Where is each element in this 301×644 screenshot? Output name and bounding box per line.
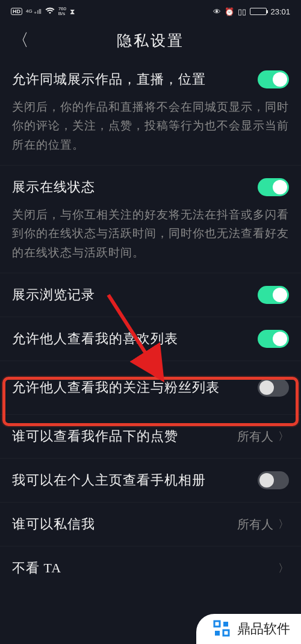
vibrate-icon: ▯▯ — [238, 7, 246, 16]
status-time: 23:01 — [270, 7, 290, 16]
network-speed: 760B/s — [58, 7, 66, 16]
setting-row-phone-album: 我可以在个人主页查看手机相册 — [0, 459, 301, 503]
setting-label: 允许他人查看我的喜欢列表 — [12, 330, 178, 348]
svg-rect-2 — [223, 622, 228, 627]
setting-label: 我可以在个人主页查看手机相册 — [12, 471, 206, 489]
status-bar: HD 4G ₊ıll 760B/s ⧗ 👁 ⏰ ▯▯ 23:01 — [0, 0, 301, 23]
signal-icon: 4G ₊ıll — [26, 8, 42, 15]
watermark-logo-icon — [213, 620, 231, 638]
eye-icon: 👁 — [213, 7, 221, 16]
chevron-right-icon: 〉 — [278, 561, 289, 575]
setting-label: 谁可以私信我 — [12, 515, 95, 533]
alarm-icon: ⏰ — [225, 7, 234, 16]
setting-value: 所有人 〉 — [237, 429, 289, 445]
setting-label: 允许他人查看我的关注与粉丝列表 — [12, 379, 220, 397]
setting-label: 不看 TA — [12, 559, 61, 577]
setting-description: 关闭后，你的作品和直播将不会在同城页显示，同时你的评论，关注，点赞，投稿等行为也… — [12, 98, 289, 154]
hd-badge: HD — [11, 8, 22, 15]
setting-row-follow-fans-list: 允许他人查看我的关注与粉丝列表 — [0, 361, 301, 415]
toggle-follow-fans-list[interactable] — [258, 379, 289, 397]
chevron-right-icon: 〉 — [278, 429, 289, 444]
chevron-right-icon: 〉 — [278, 517, 289, 531]
setting-value: 所有人 〉 — [237, 516, 289, 533]
setting-row-same-city: 允许同城展示作品，直播，位置 关闭后，你的作品和直播将不会在同城页显示，同时你的… — [0, 58, 301, 166]
setting-label: 允许同城展示作品，直播，位置 — [12, 70, 206, 88]
toggle-online-status[interactable] — [258, 178, 289, 196]
svg-rect-4 — [223, 630, 229, 636]
hourglass-icon: ⧗ — [70, 7, 75, 16]
back-button[interactable]: 〈 — [12, 29, 29, 52]
setting-row-who-see-likes[interactable]: 谁可以查看我作品下的点赞 所有人 〉 — [0, 415, 301, 459]
svg-rect-1 — [214, 621, 220, 627]
setting-label: 谁可以查看我作品下的点赞 — [12, 427, 178, 445]
toggle-browse-history[interactable] — [258, 286, 289, 304]
setting-label: 展示浏览记录 — [12, 286, 95, 304]
setting-label: 展示在线状态 — [12, 178, 95, 196]
wifi-icon — [45, 7, 55, 16]
page-title: 隐私设置 — [117, 31, 184, 51]
battery-icon — [250, 8, 267, 15]
watermark-text: 鼎品软件 — [237, 620, 290, 638]
setting-row-who-dm-me[interactable]: 谁可以私信我 所有人 〉 — [0, 503, 301, 546]
setting-row-browse-history: 展示浏览记录 — [0, 273, 301, 317]
toggle-same-city[interactable] — [258, 70, 289, 88]
header: 〈 隐私设置 — [0, 23, 301, 58]
setting-row-online-status: 展示在线状态 关闭后，与你互相关注的好友将无法在抖音或多闪看到你的在线状态与活跃… — [0, 166, 301, 273]
setting-value: 〉 — [278, 561, 289, 575]
svg-rect-3 — [215, 631, 220, 636]
watermark: 鼎品软件 — [196, 614, 301, 644]
toggle-phone-album[interactable] — [258, 471, 289, 489]
setting-description: 关闭后，与你互相关注的好友将无法在抖音或多闪看到你的在线状态与活跃时间，同时你也… — [12, 205, 289, 262]
setting-row-likes-list: 允许他人查看我的喜欢列表 — [0, 317, 301, 361]
toggle-likes-list[interactable] — [258, 330, 289, 348]
setting-row-block-ta[interactable]: 不看 TA 〉 — [0, 546, 301, 590]
